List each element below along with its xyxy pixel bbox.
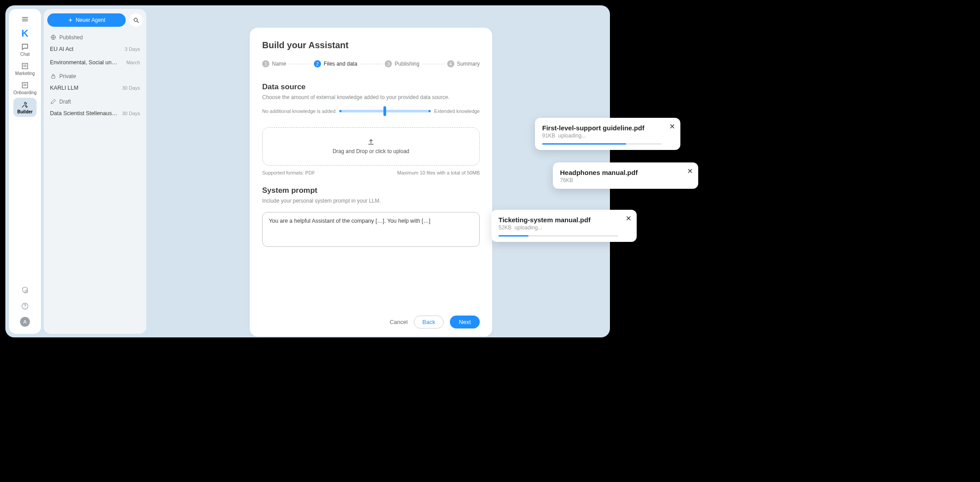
section-draft: Draft [44,95,146,107]
datasource-heading: Data source [262,83,480,91]
new-agent-button[interactable]: Neuer Agent [47,13,126,27]
step-summary[interactable]: 4Summary [447,60,480,67]
svg-rect-0 [22,63,28,69]
agent-list-panel: Neuer Agent Published EU AI Act 3 Days E… [44,9,146,334]
help-icon[interactable] [20,301,30,312]
shield-icon[interactable] [20,285,30,295]
left-rail: K Chat Marketing Onboarding Builder A [9,9,41,334]
upload-toast: First-level-support guideline.pdf 91KB u… [535,118,680,150]
svg-rect-7 [52,76,55,79]
menu-button[interactable] [13,13,37,25]
build-assistant-modal: Build your Assistant 1Name 2Files and da… [250,28,492,337]
app-logo: K [21,28,29,39]
search-icon [133,17,140,24]
text-icon [21,81,29,89]
plus-icon [68,17,73,23]
upload-limit: Maximum 10 files with a total of 50MB [397,170,480,175]
knowledge-slider-row: No additional knowledge is added Extende… [262,108,480,114]
content-stage: Build your Assistant 1Name 2Files and da… [146,5,610,337]
lock-icon [50,73,57,79]
upload-icon [367,138,375,146]
back-button[interactable]: Back [414,316,444,328]
upload-progress [498,235,618,237]
modal-title: Build your Assistant [262,40,480,50]
close-icon[interactable]: ✕ [669,122,675,131]
slider-thumb[interactable] [383,106,386,116]
upload-filename: Ticketing-system manual.pdf [498,216,618,224]
text-icon [21,62,29,70]
svg-point-4 [25,307,25,308]
pencil-icon [50,98,57,105]
nav-marketing[interactable]: Marketing [13,59,37,79]
close-icon[interactable]: ✕ [687,167,693,175]
globe-icon [50,34,57,41]
nav-builder[interactable]: Builder [13,98,37,117]
next-button[interactable]: Next [450,316,480,328]
app-frame: K Chat Marketing Onboarding Builder A [5,5,610,337]
svg-rect-1 [22,83,28,88]
chat-icon [21,43,29,51]
upload-progress [542,143,662,145]
search-button[interactable] [129,13,143,27]
step-files[interactable]: 2Files and data [314,60,357,67]
tools-icon [21,100,29,108]
knowledge-slider[interactable] [339,110,431,112]
nav-onboarding[interactable]: Onboarding [13,79,37,98]
avatar[interactable]: A [20,317,30,327]
sysprompt-hint: Include your personal system prompt in y… [262,198,480,204]
upload-toast: Headphones manual.pdf 76KB ✕ [553,162,698,189]
step-publishing[interactable]: 3Publishing [385,60,419,67]
upload-filename: First-level-support guideline.pdf [542,124,662,132]
agent-item[interactable]: Environmental, Social und Gover March [44,56,146,69]
hamburger-icon [21,15,29,23]
agent-item[interactable]: KARLI LLM 30 Days [44,81,146,95]
close-icon[interactable]: ✕ [626,214,631,223]
svg-point-5 [134,18,137,21]
slider-left-label: No additional knowledge is added [262,108,336,114]
upload-toast: Ticketing-system manual.pdf 52KB uploadi… [491,210,637,242]
section-private: Private [44,69,146,81]
nav-chat[interactable]: Chat [13,40,37,59]
agent-item[interactable]: EU AI Act 3 Days [44,42,146,56]
system-prompt-input[interactable]: You are a helpful Assistant of the compa… [262,212,480,247]
step-name[interactable]: 1Name [262,60,286,67]
agent-item[interactable]: Data Scientist Stellenausschreib 30 Days [44,107,146,120]
step-indicator: 1Name 2Files and data 3Publishing 4Summa… [262,60,480,67]
cancel-button[interactable]: Cancel [390,319,408,325]
section-published: Published [44,30,146,42]
sysprompt-heading: System prompt [262,186,480,195]
upload-dropzone[interactable]: Drag and Drop or click to upload [262,127,480,166]
upload-filename: Headphones manual.pdf [560,169,679,176]
slider-right-label: Extended knowledge [434,108,480,114]
datasource-hint: Choose the amount of external knowledge … [262,94,480,100]
supported-formats: Supported formats: PDF [262,170,315,175]
